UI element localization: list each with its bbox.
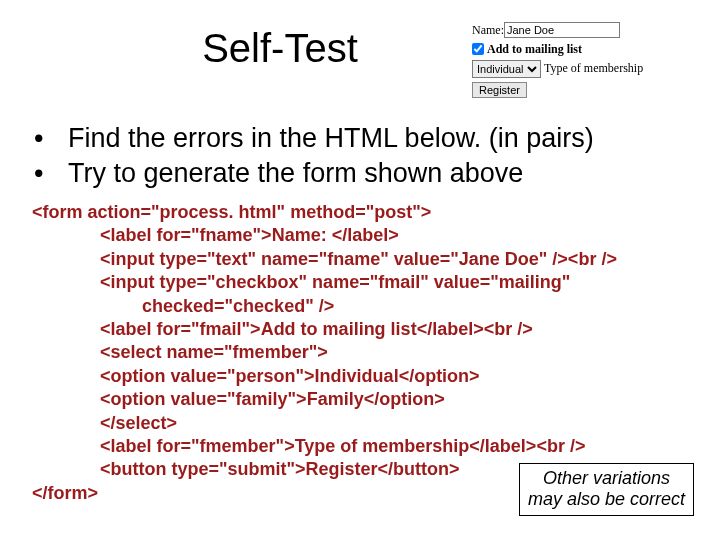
code-line: checked="checked" /> <box>32 295 692 318</box>
note-line2: may also be correct <box>528 489 685 509</box>
form-demo: Name: Add to mailing list Individual Typ… <box>472 22 692 100</box>
bullet-dot-icon: • <box>32 122 68 156</box>
code-line: <option value="family">Family</option> <box>32 388 692 411</box>
form-name-input[interactable] <box>504 22 620 38</box>
code-line: <label for="fname">Name: </label> <box>32 224 692 247</box>
form-register-button[interactable]: Register <box>472 82 527 98</box>
bullet-text: Find the errors in the HTML below. (in p… <box>68 122 594 156</box>
form-register-row: Register <box>472 80 692 98</box>
form-name-row: Name: <box>472 22 692 39</box>
slide-title: Self-Test <box>28 26 472 71</box>
bullet-item: • Try to generate the form shown above <box>32 157 692 191</box>
code-line: <input type="checkbox" name="fmail" valu… <box>32 271 692 294</box>
bullet-dot-icon: • <box>32 157 68 191</box>
code-line: <form action="process. html" method="pos… <box>32 202 431 222</box>
form-mailing-label: Add to mailing list <box>487 41 582 58</box>
code-line: <select name="fmember"> <box>32 341 692 364</box>
header-row: Self-Test Name: Add to mailing list Indi… <box>28 18 692 100</box>
code-line: <input type="text" name="fname" value="J… <box>32 248 692 271</box>
form-mailing-row: Add to mailing list <box>472 41 692 58</box>
form-membership-label: Type of membership <box>544 60 643 77</box>
form-name-label: Name: <box>472 22 504 39</box>
slide: Self-Test Name: Add to mailing list Indi… <box>0 0 720 540</box>
code-line: <label for="fmember">Type of membership<… <box>32 435 692 458</box>
note-line1: Other variations <box>543 468 670 488</box>
bullet-item: • Find the errors in the HTML below. (in… <box>32 122 692 156</box>
form-membership-select[interactable]: Individual <box>472 60 541 78</box>
code-line: <label for="fmail">Add to mailing list</… <box>32 318 692 341</box>
code-line: <option value="person">Individual</optio… <box>32 365 692 388</box>
code-line: </form> <box>32 483 98 503</box>
code-block: <form action="process. html" method="pos… <box>32 201 692 505</box>
bullet-list: • Find the errors in the HTML below. (in… <box>32 122 692 192</box>
bullet-text: Try to generate the form shown above <box>68 157 523 191</box>
form-membership-row: Individual Type of membership <box>472 60 692 78</box>
form-mailing-checkbox[interactable] <box>472 43 484 55</box>
code-line: </select> <box>32 412 692 435</box>
note-box: Other variations may also be correct <box>519 463 694 516</box>
